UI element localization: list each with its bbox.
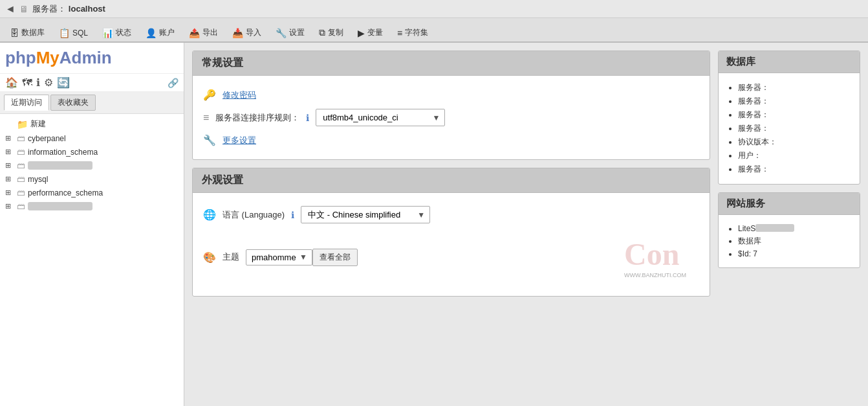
db-info-body: 服务器： 服务器： 服务器： 服务器： 协议版本： 用户： 服务器： <box>719 73 860 184</box>
con-watermark-text: Con <box>624 237 679 271</box>
account-icon: 👤 <box>146 28 157 38</box>
nav-variable-label: 变量 <box>367 27 383 38</box>
db-blurred2[interactable]: ⊞ 🗃 <box>0 199 184 213</box>
appearance-settings-header: 外观设置 <box>193 168 710 193</box>
db-info-item-1-label: 服务器： <box>738 96 769 106</box>
server-name: localhost <box>69 4 105 14</box>
nav-settings[interactable]: 🔧 设置 <box>270 23 312 41</box>
nav-account-label: 账户 <box>159 27 175 38</box>
settings-icon: 🔧 <box>276 28 287 38</box>
sidebar-tabs: 近期访问 表收藏夹 <box>0 92 184 114</box>
db-performance-schema-label: performance_schema <box>28 188 103 197</box>
nav-database[interactable]: 🗄 数据库 <box>4 23 52 41</box>
db-icon-mysql: 🗃 <box>17 174 25 184</box>
db-info-item-1: 服务器： <box>738 96 852 107</box>
home-icon[interactable]: 🏠 <box>5 76 18 89</box>
db-tree: 📁 新建 ⊞ 🗃 cyberpanel ⊞ 🗃 information_sche… <box>0 114 184 406</box>
nav-sql[interactable]: 📋 SQL <box>53 24 95 41</box>
nav-export-label: 导出 <box>202 27 218 38</box>
db-blurred1[interactable]: ⊞ 🗃 <box>0 159 184 172</box>
server-label: 服务器： localhost <box>32 3 105 15</box>
db-blurred1-label <box>28 161 92 170</box>
replicate-icon: ⧉ <box>319 27 325 38</box>
db-information-schema[interactable]: ⊞ 🗃 information_schema <box>0 145 184 159</box>
watermark-stamp: Con WWW.BANZHUTI.COM <box>624 236 686 278</box>
db-info-list: 服务器： 服务器： 服务器： 服务器： 协议版本： 用户： 服务器： <box>726 82 852 175</box>
new-folder-icon: 📁 <box>17 119 28 130</box>
theme-select-inner-wrapper: pmahomme original metro ▼ <box>246 249 312 265</box>
content-area: 常规设置 🔑 修改密码 ≡ 服务器连接排序规则： ℹ utf8 <box>184 43 868 406</box>
db-cyberpanel[interactable]: ⊞ 🗃 cyberpanel <box>0 131 184 145</box>
theme-row: 🎨 主题 pmahomme original metro ▼ <box>203 227 699 287</box>
more-settings-link[interactable]: 更多设置 <box>222 135 256 146</box>
more-settings-row: 🔧 更多设置 <box>203 130 699 150</box>
db-icon-cyberpanel: 🗃 <box>17 133 25 143</box>
refresh-icon[interactable]: 🔄 <box>57 76 70 89</box>
watermark-area: Con WWW.BANZHUTI.COM <box>624 231 699 283</box>
general-settings-panel: 常规设置 🔑 修改密码 ≡ 服务器连接排序规则： ℹ utf8 <box>192 51 710 160</box>
db-performance-schema[interactable]: ⊞ 🗃 performance_schema <box>0 186 184 199</box>
export-icon: 📤 <box>189 28 200 38</box>
language-icon: 🌐 <box>203 209 216 221</box>
nav-import-label: 导入 <box>246 27 261 38</box>
appearance-settings-panel: 外观设置 🌐 语言 (Language) ℹ 中文 - Chinese simp… <box>192 168 710 297</box>
collation-select[interactable]: utf8mb4_unicode_ci utf8_general_ci latin… <box>316 109 445 126</box>
db-info-item-3: 服务器： <box>738 123 852 134</box>
tab-recent[interactable]: 近期访问 <box>4 95 49 111</box>
website-info-item-1-label: 数据库 <box>738 236 761 245</box>
expander-blurred2: ⊞ <box>5 202 14 210</box>
expander-information-schema: ⊞ <box>5 148 14 156</box>
change-password-link[interactable]: 修改密码 <box>222 89 256 101</box>
change-password-row: 🔑 修改密码 <box>203 85 699 105</box>
nav-import[interactable]: 📥 导入 <box>226 23 268 41</box>
nav-sql-label: SQL <box>72 28 88 38</box>
language-select-wrapper: 中文 - Chinese simplified English 日本語 Deut… <box>301 206 430 223</box>
map-icon[interactable]: 🗺 <box>22 77 32 89</box>
expander-cyberpanel: ⊞ <box>5 134 14 142</box>
website-info-card: 网站服务 LiteS 数据库 $Id: 7 <box>718 192 860 268</box>
new-db-label: 新建 <box>30 118 46 130</box>
nav-status[interactable]: 📊 状态 <box>96 23 138 41</box>
website-info-item-0-label: LiteS <box>738 224 755 233</box>
db-info-item-2: 服务器： <box>738 109 852 120</box>
sidebar-logo: phpMyAdmin <box>0 43 184 74</box>
right-panel: 数据库 服务器： 服务器： 服务器： 服务器： 协议版本： 用户： 服务器： 网… <box>718 51 860 398</box>
website-info-list: LiteS 数据库 $Id: 7 <box>726 224 852 258</box>
db-icon-blurred1: 🗃 <box>17 161 25 170</box>
db-mysql[interactable]: ⊞ 🗃 mysql <box>0 172 184 186</box>
website-info-item-2: $Id: 7 <box>738 249 852 258</box>
language-select[interactable]: 中文 - Chinese simplified English 日本語 Deut… <box>301 206 430 223</box>
db-info-item-3-label: 服务器： <box>738 124 769 133</box>
db-info-card: 数据库 服务器： 服务器： 服务器： 服务器： 协议版本： 用户： 服务器： <box>718 51 860 185</box>
language-label: 语言 (Language) <box>222 209 285 221</box>
nav-export[interactable]: 📤 导出 <box>183 23 225 41</box>
nav-variable[interactable]: ▶ 变量 <box>352 23 390 41</box>
theme-label: 主题 <box>222 251 239 263</box>
db-icon-blurred2: 🗃 <box>17 201 25 211</box>
nav-replicate-label: 复制 <box>328 27 343 38</box>
view-all-themes-button[interactable]: 查看全部 <box>312 249 358 266</box>
expander-blurred1: ⊞ <box>5 161 14 170</box>
db-info-item-5: 用户： <box>738 150 852 161</box>
gear-sidebar-icon[interactable]: ⚙ <box>44 76 53 89</box>
tab-favorites[interactable]: 表收藏夹 <box>50 95 96 111</box>
db-info-item-6: 服务器： <box>738 164 852 175</box>
language-info-icon[interactable]: ℹ <box>291 210 294 220</box>
db-icon-information-schema: 🗃 <box>17 147 25 157</box>
db-cyberpanel-label: cyberpanel <box>28 134 66 143</box>
collation-info-icon[interactable]: ℹ <box>306 113 309 123</box>
db-new[interactable]: 📁 新建 <box>0 117 184 131</box>
db-info-item-2-label: 服务器： <box>738 110 769 119</box>
logo-my: My <box>36 48 60 67</box>
theme-icon: 🎨 <box>203 251 216 264</box>
theme-select[interactable]: pmahomme original metro <box>246 249 312 265</box>
nav-replicate[interactable]: ⧉ 复制 <box>313 23 351 41</box>
info-sidebar-icon[interactable]: ℹ <box>36 76 40 89</box>
expander-mysql: ⊞ <box>5 175 14 183</box>
back-button[interactable]: ◄ <box>5 3 16 15</box>
nav-account[interactable]: 👤 账户 <box>140 23 182 41</box>
link-icon[interactable]: 🔗 <box>168 78 179 88</box>
variable-icon: ▶ <box>358 28 365 38</box>
db-information-schema-label: information_schema <box>28 148 98 157</box>
nav-charset[interactable]: ≡ 字符集 <box>391 23 435 41</box>
